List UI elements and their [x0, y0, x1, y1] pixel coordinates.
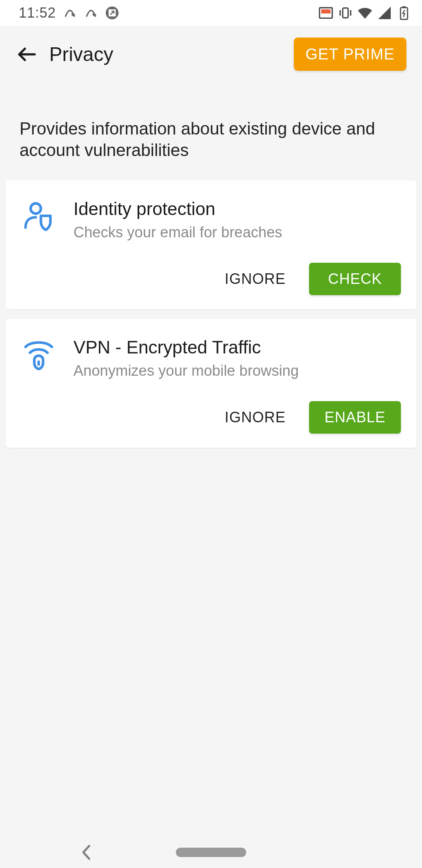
- app-badge-icon: [105, 6, 119, 20]
- wifi-icon: [358, 6, 372, 20]
- nav-home-button[interactable]: [176, 848, 246, 857]
- avira-icon: [63, 6, 77, 20]
- svg-rect-6: [350, 10, 351, 16]
- system-navbar: [0, 837, 422, 868]
- status-bar: 11:52: [0, 0, 422, 26]
- ignore-button[interactable]: IGNORE: [225, 409, 286, 426]
- app-body: Privacy GET PRIME Provides information a…: [0, 26, 422, 868]
- page-title: Privacy: [49, 43, 282, 66]
- signal-icon: [377, 6, 392, 20]
- get-prime-button[interactable]: GET PRIME: [294, 38, 406, 71]
- identity-shield-icon: [21, 198, 56, 233]
- svg-rect-5: [340, 10, 341, 16]
- card-texts: VPN - Encrypted Traffic Anonymizes your …: [73, 337, 401, 379]
- nav-back-button[interactable]: [78, 845, 94, 860]
- enable-button[interactable]: ENABLE: [309, 401, 401, 434]
- vpn-lock-icon: [21, 337, 56, 372]
- card-header: VPN - Encrypted Traffic Anonymizes your …: [21, 337, 401, 379]
- card-desc: Anonymizes your mobile browsing: [73, 362, 401, 379]
- status-bar-right: [319, 6, 411, 20]
- status-time: 11:52: [19, 5, 56, 21]
- page-description: Provides information about existing devi…: [0, 82, 422, 180]
- vibrate-icon: [338, 6, 352, 20]
- back-button[interactable]: [16, 43, 38, 65]
- card-title: Identity protection: [73, 198, 401, 219]
- app-header: Privacy GET PRIME: [0, 26, 422, 82]
- ignore-button[interactable]: IGNORE: [225, 271, 286, 287]
- avira-icon: [84, 6, 98, 20]
- svg-rect-4: [343, 8, 348, 18]
- cast-icon: [319, 6, 333, 20]
- card-header: Identity protection Checks your email fo…: [21, 198, 401, 241]
- card-vpn: VPN - Encrypted Traffic Anonymizes your …: [5, 319, 417, 448]
- svg-point-10: [30, 203, 41, 213]
- svg-rect-8: [402, 6, 406, 8]
- card-identity-protection: Identity protection Checks your email fo…: [5, 180, 417, 309]
- battery-charging-icon: [397, 6, 411, 20]
- check-button[interactable]: CHECK: [309, 263, 401, 295]
- card-title: VPN - Encrypted Traffic: [73, 337, 401, 358]
- cards-container: Identity protection Checks your email fo…: [0, 180, 422, 448]
- card-actions: IGNORE CHECK: [21, 263, 401, 295]
- svg-rect-3: [321, 9, 331, 14]
- card-texts: Identity protection Checks your email fo…: [73, 198, 401, 241]
- card-desc: Checks your email for breaches: [73, 224, 401, 241]
- card-actions: IGNORE ENABLE: [21, 401, 401, 434]
- spacer: [0, 448, 422, 837]
- status-bar-left: 11:52: [19, 5, 119, 21]
